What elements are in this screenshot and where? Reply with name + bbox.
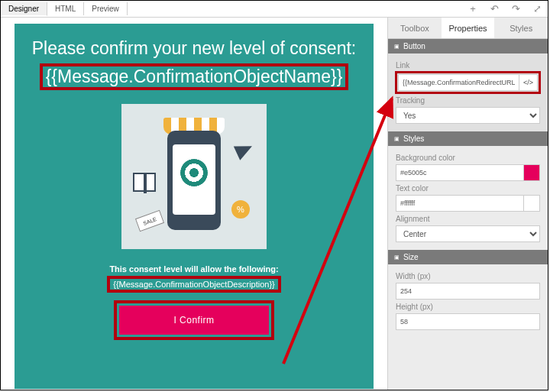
bg-color-label: Background color <box>396 154 540 162</box>
chevron-down-icon: ▣ <box>394 44 400 50</box>
alignment-label: Alignment <box>396 215 540 223</box>
height-input[interactable] <box>396 313 540 330</box>
design-canvas-wrap: Please confirm your new level of consent… <box>1 18 387 390</box>
panel-tabs: Toolbox Properties Styles <box>388 18 548 39</box>
confirm-button[interactable]: I Confirm <box>119 306 269 335</box>
text-color-label: Text color <box>396 184 540 193</box>
properties-panel: Toolbox Properties Styles ▣ Button Link … <box>387 18 548 390</box>
text-color-swatch[interactable] <box>523 195 540 212</box>
section-header-size[interactable]: ▣ Size <box>388 250 548 264</box>
gift-icon <box>133 173 156 192</box>
panel-tab-styles[interactable]: Styles <box>494 18 548 38</box>
link-input[interactable] <box>398 74 519 91</box>
tracking-label: Tracking <box>396 96 540 105</box>
link-field-highlight: </> <box>395 71 541 94</box>
width-label: Width (px) <box>396 272 540 280</box>
section-header-styles[interactable]: ▣ Styles <box>388 131 548 146</box>
section-title: Styles <box>403 134 424 143</box>
hero-illustration: SALE % <box>121 104 267 249</box>
text-color-input[interactable] <box>396 195 524 212</box>
bg-color-input[interactable] <box>396 164 524 181</box>
redo-icon[interactable]: ↷ <box>505 3 526 15</box>
panel-tab-toolbox[interactable]: Toolbox <box>388 18 442 38</box>
consent-description-label: This consent level will allow the follow… <box>15 264 374 274</box>
width-input[interactable] <box>396 283 540 300</box>
chevron-down-icon: ▣ <box>394 254 400 261</box>
sale-tag-icon: SALE <box>135 209 164 232</box>
link-label: Link <box>396 61 540 70</box>
fullscreen-icon[interactable]: ⤢ <box>526 3 548 15</box>
undo-icon[interactable]: ↶ <box>484 3 505 15</box>
page-title: Please confirm your new level of consent… <box>15 37 374 60</box>
section-header-button[interactable]: ▣ Button <box>388 39 548 53</box>
section-title: Size <box>403 253 418 261</box>
tracking-select[interactable]: Yes <box>396 107 540 124</box>
megaphone-icon <box>234 139 255 160</box>
add-icon[interactable]: + <box>462 3 484 15</box>
merge-token-name[interactable]: {{Message.ConfirmationObjectName}} <box>40 63 349 90</box>
tab-designer[interactable]: Designer <box>1 2 47 16</box>
email-canvas[interactable]: Please confirm your new level of consent… <box>15 24 374 389</box>
bg-color-swatch[interactable] <box>523 164 540 181</box>
tab-html[interactable]: HTML <box>47 2 84 15</box>
alignment-select[interactable]: Center <box>396 225 540 242</box>
section-title: Button <box>403 42 425 50</box>
panel-tab-properties[interactable]: Properties <box>442 18 495 38</box>
merge-token-description[interactable]: {{Message.ConfirmationObjectDescription}… <box>107 276 281 293</box>
height-label: Height (px) <box>396 303 540 311</box>
chevron-down-icon: ▣ <box>394 136 400 142</box>
percent-badge-icon: % <box>231 200 250 219</box>
code-toggle-icon[interactable]: </> <box>519 74 538 91</box>
confirm-button-highlight: I Confirm <box>114 300 274 340</box>
editor-view-tabs: Designer HTML Preview + ↶ ↷ ⤢ <box>1 1 548 18</box>
target-icon <box>180 159 208 186</box>
tab-preview[interactable]: Preview <box>84 2 128 15</box>
